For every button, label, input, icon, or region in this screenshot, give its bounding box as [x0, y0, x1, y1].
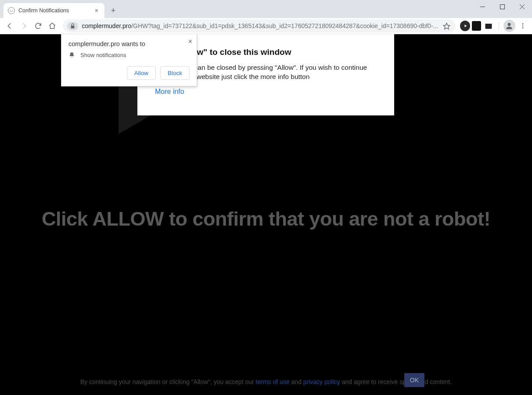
extension-icon-1[interactable]	[460, 21, 470, 31]
new-tab-button[interactable]: +	[107, 4, 119, 17]
consent-footer: By continuing your navigation or clickin…	[0, 377, 532, 387]
extension-icon-2[interactable]	[472, 21, 481, 31]
consent-text-pre: By continuing your navigation or clickin…	[80, 378, 256, 385]
tab-title: Confirm Notifications	[18, 7, 69, 14]
consent-text-post: and agree to receive sponsored content.	[340, 378, 452, 385]
window-close-button[interactable]	[512, 0, 532, 13]
url-text: complermuder.pro/GHW?tag_id=737122&sub_i…	[82, 22, 438, 29]
browser-toolbar: complermuder.pro/GHW?tag_id=737122&sub_i…	[0, 18, 532, 34]
svg-point-1	[508, 23, 511, 26]
back-button[interactable]	[4, 19, 16, 32]
privacy-link[interactable]: privacy policy	[303, 378, 340, 385]
more-info-link[interactable]: More info	[155, 88, 184, 95]
svg-point-2	[522, 23, 523, 25]
extension-icon-3[interactable]	[483, 20, 494, 32]
tab-strip: Confirm Notifications × +	[0, 0, 532, 18]
prompt-permission-row: Show notifications	[68, 52, 190, 58]
consent-text-and: and	[290, 378, 303, 385]
profile-avatar-button[interactable]	[503, 20, 515, 32]
prompt-permission-label: Show notifications	[80, 52, 126, 58]
svg-rect-0	[500, 4, 505, 9]
bell-icon	[68, 52, 75, 58]
prompt-close-button[interactable]: ×	[188, 38, 192, 46]
forward-button[interactable]	[18, 19, 30, 32]
notification-permission-prompt: × complermuder.pro wants to Show notific…	[61, 34, 197, 86]
consent-ok-button[interactable]: OK	[404, 373, 424, 387]
toolbar-divider	[499, 22, 499, 30]
window-minimize-button[interactable]	[473, 0, 492, 13]
prompt-title: complermuder.pro wants to	[68, 40, 190, 47]
block-button[interactable]: Block	[160, 66, 190, 80]
svg-point-3	[522, 25, 523, 27]
hero-text: Click ALLOW to confirm that you are not …	[0, 208, 532, 230]
window-maximize-button[interactable]	[492, 0, 512, 13]
window-controls	[473, 0, 532, 13]
address-bar[interactable]: complermuder.pro/GHW?tag_id=737122&sub_i…	[63, 19, 456, 32]
browser-tab[interactable]: Confirm Notifications ×	[4, 3, 104, 18]
globe-icon	[8, 7, 15, 14]
home-button[interactable]	[46, 19, 58, 32]
chrome-menu-button[interactable]	[517, 22, 528, 29]
lock-icon[interactable]	[67, 22, 78, 30]
reload-button[interactable]	[32, 19, 44, 32]
terms-link[interactable]: terms of use	[256, 378, 290, 385]
allow-button[interactable]: Allow	[127, 66, 156, 80]
svg-point-4	[522, 27, 523, 29]
page-viewport: Click "Allow" to close this window This …	[0, 34, 532, 395]
tab-close-button[interactable]: ×	[93, 6, 100, 15]
bookmark-star-icon[interactable]	[442, 22, 451, 30]
